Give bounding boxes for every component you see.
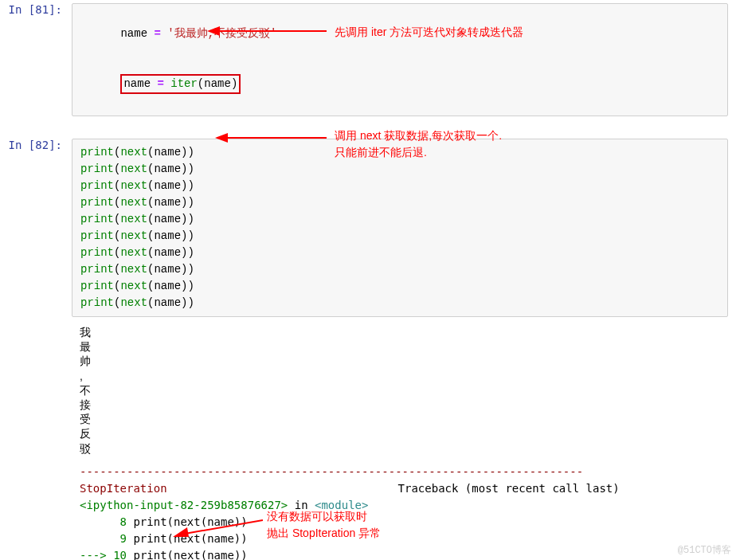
builtin-next: next: [120, 213, 147, 225]
output-char: 接: [80, 397, 720, 412]
ipython-input-marker: <ipython-input-82-259b85876627>: [80, 499, 288, 511]
error-name: StopIteration: [80, 482, 167, 495]
code-line: print(next(name)): [80, 194, 719, 211]
code-line: print(next(name)): [80, 261, 719, 278]
builtin-print: print: [80, 179, 114, 192]
builtin-print: print: [80, 146, 114, 159]
builtin-next: next: [120, 246, 147, 259]
builtin-print: print: [80, 213, 114, 225]
operator-equals: =: [147, 27, 167, 40]
builtin-iter: iter: [170, 77, 198, 90]
traceback-line-10: ---> 10 print(next(name)): [80, 547, 720, 560]
builtin-next: next: [120, 179, 147, 192]
annotation-3: 没有数据可以获取时 抛出 StopIteration 异常: [267, 508, 381, 542]
output-prompt: [0, 320, 72, 560]
variable-name: name: [120, 27, 147, 40]
builtin-print: print: [80, 196, 114, 209]
variable-name: name: [204, 77, 231, 90]
code-line: print(next(name)): [80, 295, 719, 311]
variable-name: name: [123, 77, 151, 90]
builtin-print: print: [80, 263, 114, 276]
traceback-line-9: 9 print(next(name)): [80, 531, 720, 547]
code-line: print(next(name)): [80, 211, 719, 228]
annotation-2-line2: 只能前进不能后退.: [335, 144, 502, 161]
builtin-print: print: [80, 229, 114, 242]
code-line: print(next(name)): [80, 278, 719, 295]
output-char: 受: [80, 412, 720, 426]
output-char: ,: [80, 369, 720, 383]
traceback-label: Traceback (most recent call last): [398, 482, 620, 495]
code-cell-2[interactable]: print(next(name))print(next(name))print(…: [72, 139, 728, 317]
code-line: print(next(name)): [80, 161, 719, 178]
output-char: 我: [80, 325, 720, 339]
code-context: print(next(name)): [133, 549, 247, 560]
code-line-highlighted: name = iter(name): [80, 59, 719, 111]
output-char: 驳: [80, 441, 720, 456]
output-char: 最: [80, 339, 720, 354]
builtin-print: print: [80, 280, 114, 292]
builtin-next: next: [120, 263, 147, 276]
traceback-source: <ipython-input-82-259b85876627> in <modu…: [80, 497, 720, 514]
annotation-2: 调用 next 获取数据,每次获取一个. 只能前进不能后退.: [335, 127, 502, 161]
paren: ): [231, 77, 237, 90]
prompt-cell-1: In [81]:: [0, 3, 72, 116]
prompt-cell-2: In [82]:: [0, 139, 72, 317]
watermark: @51CTO博客: [678, 543, 731, 557]
annotation-3-line1: 没有数据可以获取时: [267, 508, 381, 525]
string-literal: '我最帅,不接受反驳': [167, 27, 276, 40]
code-line: print(next(name)): [80, 228, 719, 245]
builtin-next: next: [120, 229, 147, 242]
output-area: 我最帅,不接受反驳 ------------------------------…: [72, 320, 728, 560]
code-context: print(next(name)): [133, 532, 247, 545]
builtin-next: next: [120, 280, 147, 292]
output-char: 帅: [80, 354, 720, 368]
line-number: 9: [80, 532, 133, 545]
builtin-print: print: [80, 246, 114, 259]
output-char: 反: [80, 426, 720, 441]
annotation-3-line2: 抛出 StopIteration 异常: [267, 525, 381, 542]
code-line: print(next(name)): [80, 178, 719, 194]
builtin-next: next: [120, 296, 147, 309]
line-number: 10: [113, 549, 133, 560]
traceback-header: StopIterationTraceback (most recent call…: [80, 480, 720, 497]
operator-equals: =: [151, 77, 170, 90]
highlight-box: name = iter(name): [120, 74, 241, 94]
traceback-separator: ----------------------------------------…: [80, 464, 720, 480]
builtin-print: print: [80, 296, 114, 309]
code-context: print(next(name)): [133, 515, 247, 528]
arrow-marker: --->: [80, 549, 113, 560]
code-line: print(next(name)): [80, 245, 719, 261]
builtin-next: next: [120, 146, 147, 159]
output-char: 不: [80, 383, 720, 397]
builtin-next: next: [120, 196, 147, 209]
builtin-next: next: [120, 163, 147, 175]
code-cell-1[interactable]: name = '我最帅,不接受反驳' name = iter(name): [72, 3, 728, 116]
paren: (: [198, 77, 204, 90]
builtin-print: print: [80, 163, 114, 175]
annotation-2-line1: 调用 next 获取数据,每次获取一个.: [335, 127, 502, 144]
line-number: 8: [80, 515, 133, 528]
traceback-line-8: 8 print(next(name)): [80, 514, 720, 531]
annotation-1: 先调用 iter 方法可迭代对象转成迭代器: [335, 24, 523, 41]
